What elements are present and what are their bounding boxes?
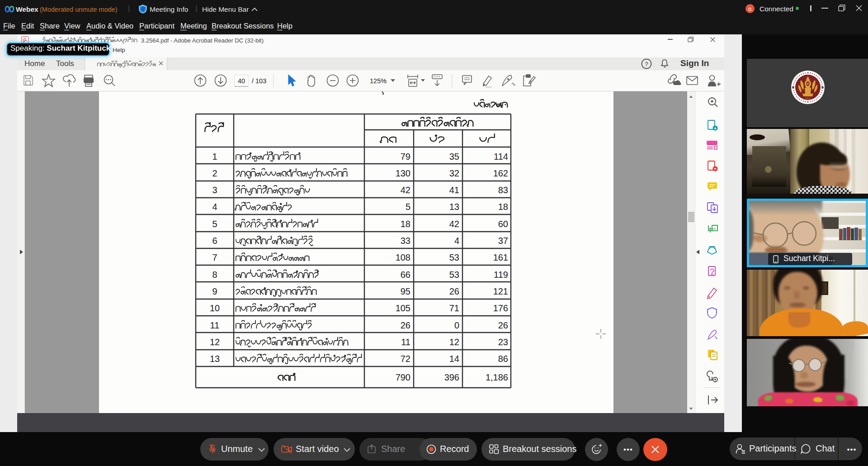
svg-text:72: 72 <box>401 354 410 364</box>
svg-text:9: 9 <box>212 286 217 296</box>
svg-text:3: 3 <box>212 185 217 195</box>
svg-text:2: 2 <box>212 168 217 178</box>
svg-text:12: 12 <box>449 337 459 347</box>
svg-text:105: 105 <box>396 303 410 313</box>
svg-text:176: 176 <box>493 303 508 313</box>
svg-text:125%: 125% <box>370 77 387 85</box>
svg-text:1,186: 1,186 <box>486 372 508 382</box>
svg-text:26: 26 <box>401 320 410 330</box>
svg-text:26: 26 <box>449 286 459 296</box>
svg-text:66: 66 <box>401 270 410 280</box>
svg-text:23: 23 <box>498 337 508 347</box>
svg-text:5: 5 <box>406 202 410 212</box>
svg-text:79: 79 <box>401 152 410 162</box>
svg-text:108: 108 <box>396 252 410 262</box>
svg-text:3.2564.pdf - Adobe Acrobat Rea: 3.2564.pdf - Adobe Acrobat Reader DC (32… <box>141 37 264 44</box>
svg-text:41: 41 <box>449 185 459 195</box>
svg-text:790: 790 <box>396 372 410 382</box>
svg-text:5: 5 <box>212 219 217 229</box>
svg-text:4: 4 <box>454 236 459 246</box>
svg-text:26: 26 <box>498 320 508 330</box>
svg-text:12: 12 <box>210 337 220 347</box>
svg-text:11: 11 <box>401 337 410 347</box>
svg-text:10: 10 <box>210 303 220 313</box>
svg-text:130: 130 <box>396 168 410 178</box>
svg-text:119: 119 <box>494 270 508 280</box>
svg-text:4: 4 <box>212 202 217 212</box>
svg-text:53: 53 <box>449 270 459 280</box>
svg-text:42: 42 <box>401 185 410 195</box>
svg-text:33: 33 <box>401 236 410 246</box>
svg-text:32: 32 <box>449 168 459 178</box>
svg-text:0: 0 <box>454 320 459 330</box>
svg-text:42: 42 <box>449 219 459 229</box>
svg-text:6: 6 <box>212 236 217 246</box>
svg-text:35: 35 <box>449 152 459 162</box>
svg-text:53: 53 <box>449 252 459 262</box>
svg-text:71: 71 <box>449 303 459 313</box>
svg-text:1: 1 <box>212 152 217 162</box>
svg-text:13: 13 <box>210 354 220 364</box>
svg-text:83: 83 <box>498 185 508 195</box>
svg-text:396: 396 <box>444 372 459 382</box>
svg-text:60: 60 <box>498 219 508 229</box>
svg-text:14: 14 <box>449 354 459 364</box>
svg-text:18: 18 <box>401 219 410 229</box>
svg-text:/ 103: / 103 <box>252 77 266 85</box>
svg-text:11: 11 <box>210 320 220 330</box>
svg-text:95: 95 <box>401 286 410 296</box>
svg-text:40: 40 <box>238 77 245 85</box>
svg-text:121: 121 <box>493 286 508 296</box>
svg-text:13: 13 <box>449 202 459 212</box>
svg-text:162: 162 <box>493 168 508 178</box>
svg-text:18: 18 <box>498 202 508 212</box>
svg-text:86: 86 <box>498 354 508 364</box>
svg-text:8: 8 <box>212 270 217 280</box>
svg-text:37: 37 <box>498 236 508 246</box>
svg-text:?: ? <box>645 61 648 67</box>
svg-text:114: 114 <box>494 152 508 162</box>
svg-text:7: 7 <box>212 252 217 262</box>
svg-text:161: 161 <box>493 252 508 262</box>
